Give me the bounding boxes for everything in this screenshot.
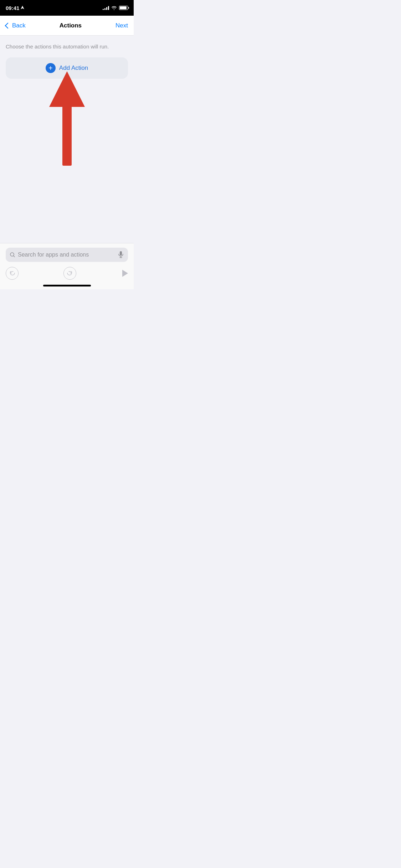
microphone-icon[interactable] — [118, 251, 124, 258]
nav-bar: Back Actions Next — [0, 16, 134, 36]
signal-bars-icon — [103, 6, 109, 10]
subtitle-text: Choose the actions this automation will … — [6, 43, 128, 50]
red-arrow-svg — [46, 71, 88, 171]
undo-button[interactable] — [6, 267, 19, 280]
status-icons — [103, 6, 128, 10]
content-area: Choose the actions this automation will … — [0, 36, 134, 250]
page-title: Actions — [60, 22, 82, 29]
redo-icon — [67, 270, 73, 277]
svg-rect-0 — [62, 100, 72, 166]
home-indicator — [43, 285, 91, 286]
back-button[interactable]: Back — [6, 22, 26, 29]
plus-symbol: + — [48, 64, 53, 72]
bottom-section: Search for apps and actions — [0, 243, 134, 289]
annotation-arrow — [46, 71, 88, 172]
status-bar: 09:41 — [0, 0, 134, 16]
back-label: Back — [12, 22, 26, 29]
wifi-icon — [111, 6, 117, 10]
search-input[interactable]: Search for apps and actions — [18, 252, 115, 258]
play-triangle-icon — [122, 270, 128, 277]
bottom-controls — [6, 265, 128, 283]
redo-button[interactable] — [63, 267, 76, 280]
svg-line-3 — [14, 256, 15, 257]
svg-marker-1 — [49, 71, 85, 107]
page: 09:41 Back Actions Next Choose — [0, 0, 134, 289]
location-icon — [21, 6, 24, 10]
battery-icon — [119, 6, 128, 10]
undo-icon — [9, 270, 15, 277]
chevron-left-icon — [5, 22, 11, 29]
time-label: 09:41 — [6, 5, 19, 11]
add-action-label: Add Action — [59, 64, 88, 72]
status-time: 09:41 — [6, 5, 24, 11]
search-bar[interactable]: Search for apps and actions — [6, 248, 128, 262]
play-button[interactable] — [121, 270, 128, 277]
svg-rect-4 — [120, 251, 122, 255]
next-button[interactable]: Next — [115, 22, 128, 29]
search-icon — [10, 252, 15, 257]
